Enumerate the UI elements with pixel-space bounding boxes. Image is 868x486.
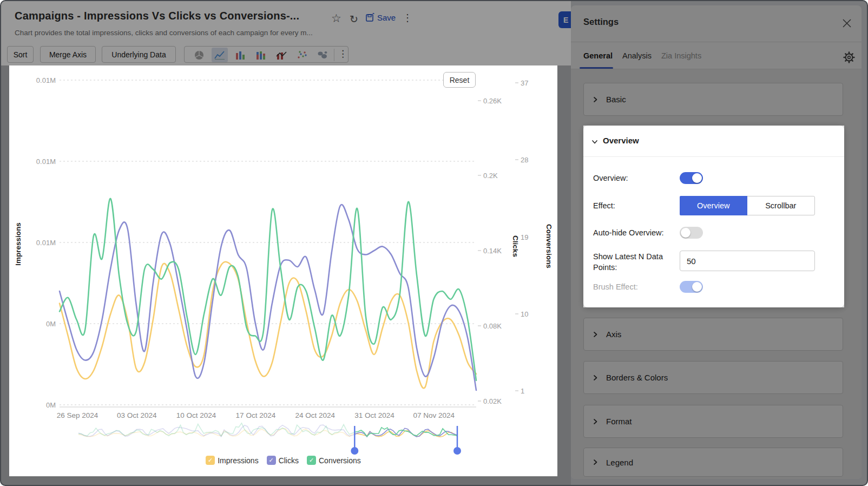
combo-chart-icon[interactable]: [273, 48, 290, 62]
overview-settings-card: Overview Overview: Effect: Overview Scro…: [583, 126, 844, 307]
y-right-clicks-tick: 0.08K: [483, 322, 502, 330]
brush-handle-right[interactable]: [453, 447, 461, 455]
divider: [583, 156, 844, 157]
svg-text:*: *: [372, 13, 374, 17]
merge-axis-button[interactable]: Merge Axis: [40, 46, 96, 63]
save-button[interactable]: * Save: [366, 13, 396, 22]
section-borders[interactable]: Borders & Colors: [583, 361, 843, 394]
legend-checkbox[interactable]: ✓: [206, 456, 215, 465]
y-left-tick: 0.01M: [36, 239, 56, 247]
legend-item-impressions[interactable]: ✓Impressions: [206, 456, 258, 465]
section-label: Borders & Colors: [606, 373, 668, 382]
overview-toggle[interactable]: [680, 172, 703, 184]
section-legend[interactable]: Legend: [583, 448, 843, 477]
save-label: Save: [377, 13, 396, 22]
report-header: Campaigns - Impressions Vs Clicks vs Con…: [0, 0, 571, 65]
stacked-bar-icon[interactable]: [253, 48, 269, 62]
y-left-axis-title: Impressions: [14, 222, 22, 266]
x-axis-tick: 17 Oct 2024: [236, 411, 276, 419]
legend-label: Conversions: [319, 456, 361, 465]
y-left-tick: 0.01M: [36, 76, 56, 84]
map-chart-icon[interactable]: [314, 48, 331, 62]
scatter-chart-icon[interactable]: [294, 48, 310, 62]
y-right-clicks-tick: 0.02K: [483, 397, 502, 405]
pie-chart-icon[interactable]: [191, 48, 207, 62]
tab-general[interactable]: General: [583, 51, 613, 60]
header-more-menu-icon[interactable]: ⋮: [403, 12, 412, 24]
autohide-toggle-label: Auto-hide Overview:: [593, 228, 664, 237]
divider: [571, 42, 862, 42]
underlying-data-button[interactable]: Underlying Data: [102, 46, 176, 63]
section-format[interactable]: Format: [583, 405, 843, 438]
overview-line-selected-conversions: [78, 423, 457, 436]
y-left-tick: 0M: [46, 320, 56, 328]
chevron-right-icon: [592, 96, 599, 103]
page-title: Campaigns - Impressions Vs Clicks vs Con…: [15, 10, 299, 22]
line-chart: 0.01M0.01M0.01M0M0M0.26K0.2K0.14K0.08K0.…: [9, 65, 557, 476]
y-right-clicks-axis-title: Clicks: [511, 235, 520, 257]
dim-overlay-left: [0, 65, 9, 486]
tab-zia-insights[interactable]: Zia Insights: [661, 51, 701, 60]
close-icon[interactable]: [841, 18, 852, 29]
gear-icon[interactable]: [843, 51, 856, 64]
brush-effect-toggle[interactable]: [680, 281, 703, 293]
favorite-star-icon[interactable]: ☆: [331, 12, 341, 25]
reset-button[interactable]: Reset: [443, 72, 476, 88]
page-subtitle: Chart provides the total impressions, cl…: [15, 29, 313, 37]
section-label: Axis: [606, 330, 621, 339]
tab-analysis[interactable]: Analysis: [622, 51, 652, 60]
brush-effect-label: Brush Effect:: [593, 283, 638, 291]
bar-chart-icon[interactable]: [232, 48, 248, 62]
app-window: Campaigns - Impressions Vs Clicks vs Con…: [0, 0, 868, 486]
y-left-tick: 0M: [46, 401, 56, 409]
chart-legend: ✓Impressions✓Clicks✓Conversions: [9, 456, 557, 465]
dim-overlay-bottom: [9, 476, 557, 486]
y-right-conversions-tick: 10: [521, 310, 528, 318]
effect-label: Effect:: [593, 201, 615, 210]
x-axis-tick: 31 Oct 2024: [354, 411, 394, 419]
section-basic[interactable]: Basic: [583, 83, 843, 116]
chart-type-more-icon[interactable]: ⋮: [338, 48, 347, 60]
section-label: Legend: [606, 458, 633, 467]
y-right-clicks-tick: 0.26K: [483, 97, 502, 105]
latest-points-label: Show Latest N Data Points:: [593, 251, 663, 273]
overview-toggle-label: Overview:: [593, 174, 628, 182]
overview-section-title[interactable]: Overview: [603, 136, 639, 145]
effect-option-scrollbar[interactable]: Scrollbar: [747, 196, 815, 215]
legend-item-clicks[interactable]: ✓Clicks: [267, 456, 299, 465]
divider: [334, 49, 334, 61]
legend-label: Clicks: [279, 456, 299, 465]
x-axis-tick: 26 Sep 2024: [57, 411, 98, 419]
y-right-conversions-axis-title: Conversions: [545, 224, 553, 268]
section-axis[interactable]: Axis: [583, 318, 843, 351]
y-left-tick: 0.01M: [36, 157, 56, 166]
chart-type-group: ⋮: [184, 46, 348, 63]
chevron-right-icon: [592, 418, 599, 425]
y-right-conversions-tick: 37: [521, 79, 528, 87]
legend-item-conversions[interactable]: ✓Conversions: [307, 456, 361, 465]
x-axis-tick: 07 Nov 2024: [413, 411, 455, 419]
autohide-toggle[interactable]: [680, 227, 703, 239]
line-chart-icon[interactable]: [212, 48, 228, 62]
y-right-conversions-tick: 28: [521, 156, 528, 164]
settings-title: Settings: [583, 17, 619, 27]
legend-checkbox[interactable]: ✓: [267, 456, 276, 465]
x-axis-tick: 10 Oct 2024: [176, 411, 216, 419]
brush-handle-left[interactable]: [351, 447, 358, 455]
y-right-clicks-tick: 0.2K: [483, 172, 498, 180]
effect-option-overview[interactable]: Overview: [680, 196, 747, 215]
sort-button[interactable]: Sort: [7, 46, 34, 63]
y-right-conversions-tick: 1: [521, 387, 524, 395]
chevron-right-icon: [592, 375, 599, 381]
legend-checkbox[interactable]: ✓: [307, 456, 316, 465]
x-axis-tick: 03 Oct 2024: [117, 411, 157, 419]
x-axis-tick: 24 Oct 2024: [295, 411, 335, 419]
save-icon: *: [366, 13, 375, 22]
effect-segmented-control: Overview Scrollbar: [680, 196, 815, 215]
refresh-icon[interactable]: ↻: [350, 13, 358, 25]
dim-overlay-gap: [557, 65, 571, 486]
overview-line-conversions: [78, 423, 457, 436]
chevron-down-icon[interactable]: [591, 138, 599, 146]
latest-points-input[interactable]: [680, 251, 815, 271]
y-right-conversions-tick: 19: [521, 233, 528, 241]
